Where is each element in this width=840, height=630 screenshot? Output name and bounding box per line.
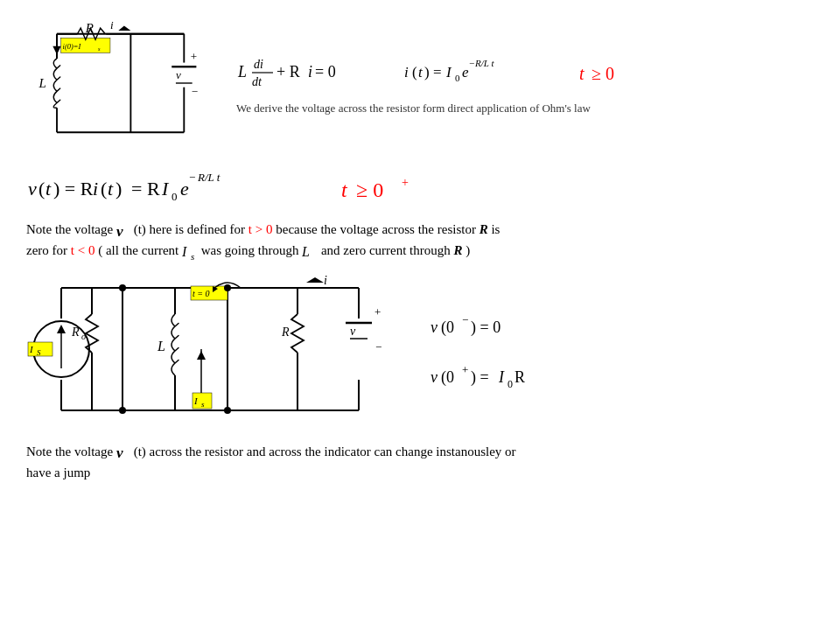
svg-text:v: v (28, 178, 37, 200)
svg-text:s: s (201, 400, 205, 409)
note2-all-current: ( all the current (98, 243, 182, 257)
svg-text:) =: ) = (424, 64, 442, 80)
svg-text:v: v (350, 325, 356, 338)
v0plus-svg: v (0 + ) = I 0 R (429, 354, 578, 394)
R-bold2: R (454, 243, 463, 257)
svg-text:+: + (402, 176, 409, 189)
svg-text:i: i (110, 18, 114, 32)
svg-text:) = 0: ) = 0 (471, 318, 500, 337)
svg-text:I: I (498, 368, 505, 386)
svg-text:(0: (0 (441, 318, 454, 337)
svg-text:i: i (308, 63, 312, 80)
svg-text:s: s (191, 251, 194, 262)
ohm-law-note: We derive the voltage across the resisto… (236, 100, 814, 117)
svg-text:(: ( (412, 64, 417, 80)
final-note-part1: Note the voltage (26, 444, 116, 458)
svg-text:−: − (462, 313, 468, 326)
svg-text:t: t (108, 178, 114, 200)
t-gt-0: t > 0 (248, 222, 273, 236)
svg-text:L: L (157, 339, 165, 354)
svg-text:v: v (430, 368, 438, 386)
note2-zero-for: zero for (26, 243, 71, 257)
svg-text:+: + (191, 50, 197, 63)
svg-text:I: I (182, 244, 187, 259)
svg-text:v: v (116, 444, 123, 461)
svg-text:v: v (116, 223, 123, 240)
svg-text:R: R (514, 368, 525, 386)
svg-point-103 (224, 284, 231, 291)
svg-text:(0: (0 (441, 368, 454, 387)
svg-text:−: − (189, 171, 195, 184)
note2-zero-current: and zero current through (321, 243, 454, 257)
note2-part4: is (491, 222, 500, 236)
svg-text:(: ( (101, 178, 107, 200)
t-lt-0: t < 0 (71, 243, 95, 257)
top-circuit-diagram: L i(0)=I s R i (26, 18, 219, 149)
svg-text:i: i (324, 274, 327, 287)
note2-text: Note the voltage v (t) here is defined f… (26, 219, 814, 262)
svg-text:s: s (98, 46, 101, 52)
final-note: Note the voltage v (t) across the resist… (26, 441, 814, 483)
svg-text:R: R (71, 326, 80, 339)
page: L i(0)=I s R i (0, 0, 840, 630)
L-symbol-inline: L (302, 242, 318, 262)
svg-point-105 (224, 407, 231, 414)
bottom-circuit-diagram: I S R o L (26, 270, 402, 428)
Is-symbol-inline: I s (182, 242, 198, 262)
svg-text:i: i (93, 178, 98, 200)
svg-text:t: t (418, 64, 424, 80)
svg-marker-6 (52, 46, 60, 54)
t-condition2-svg: t ≥ 0 + (337, 162, 433, 210)
note2-close: ) (466, 243, 470, 257)
svg-marker-15 (118, 25, 130, 31)
svg-text:o: o (81, 332, 86, 341)
bottom-equations: v (0 − ) = 0 v (0 + ) = I 0 R (402, 304, 578, 394)
svg-text:R/L t: R/L t (197, 171, 220, 184)
svg-text:t = 0: t = 0 (192, 289, 210, 298)
svg-text:dt: dt (252, 75, 262, 88)
svg-text:di: di (254, 58, 263, 71)
svg-text:e: e (180, 178, 189, 200)
R-bold: R (480, 222, 488, 236)
svg-text:0: 0 (455, 73, 460, 83)
svg-text:v: v (430, 318, 438, 336)
svg-text:R: R (281, 326, 290, 339)
svg-point-102 (119, 284, 126, 291)
svg-text:0: 0 (172, 190, 178, 203)
svg-point-104 (119, 407, 126, 414)
svg-text:e: e (462, 64, 469, 80)
eq2-svg: i ( t ) = I 0 e − R/L t (402, 49, 560, 93)
v0minus-svg: v (0 − ) = 0 (429, 304, 560, 344)
svg-text:−: − (192, 85, 198, 98)
top-section: L i(0)=I s R i (26, 18, 814, 149)
svg-text:) = R: ) = R (53, 178, 94, 200)
svg-text:−: − (375, 340, 382, 354)
note2-part2: (t) here is defined for (134, 222, 248, 236)
svg-text:= 0: = 0 (315, 63, 336, 80)
svg-text:0: 0 (508, 378, 513, 390)
final-note-line2: have a jump (26, 466, 90, 480)
vt-eq-svg: v ( t ) = R i ( t ) = R I 0 e − R/L t (26, 162, 324, 210)
equation-line1: L di dt + R i = 0 i ( t ) = I (236, 49, 814, 93)
svg-text:) =: ) = (471, 368, 489, 387)
top-equations: L di dt + R i = 0 i ( t ) = I (219, 49, 814, 117)
svg-marker-86 (197, 351, 206, 360)
svg-text:L: L (237, 63, 247, 80)
svg-text:L: L (302, 244, 310, 259)
svg-text:+: + (462, 363, 468, 376)
svg-text:= R: = R (131, 178, 160, 200)
v-symbol-final: v (116, 444, 130, 461)
ohm-law-text: We derive the voltage across the resisto… (236, 102, 591, 115)
svg-text:v: v (176, 68, 181, 81)
svg-text:≥ 0: ≥ 0 (592, 64, 614, 83)
svg-text:t: t (579, 64, 584, 83)
svg-text:(: ( (38, 178, 45, 200)
svg-text:i(0)=I: i(0)=I (63, 42, 82, 51)
svg-text:I: I (445, 64, 452, 80)
note2-part1: Note the voltage (26, 222, 116, 236)
note2-part3: because the voltage across the resistor (276, 222, 479, 236)
svg-marker-94 (306, 277, 324, 283)
svg-text:+: + (374, 305, 381, 318)
svg-text:I: I (161, 178, 170, 200)
bottom-section: I S R o L (26, 270, 814, 428)
